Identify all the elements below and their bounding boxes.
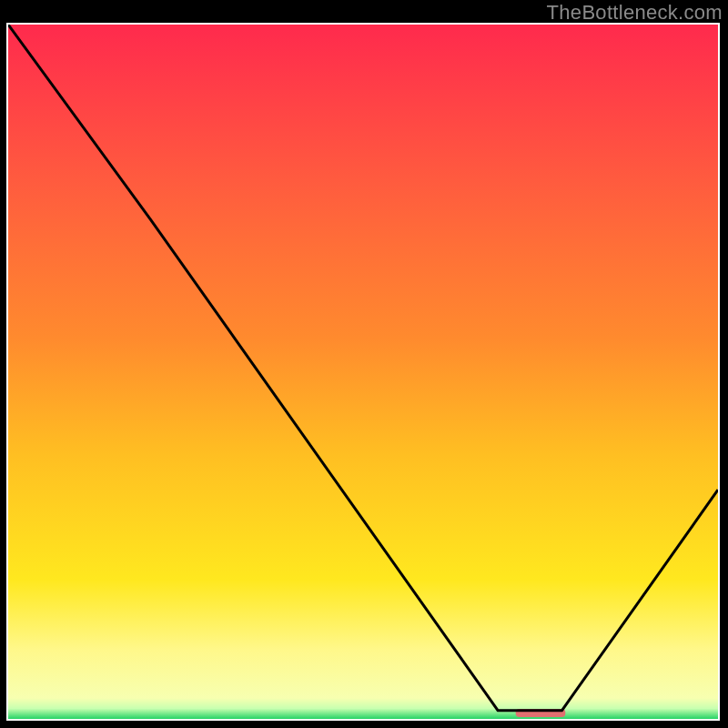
plot-svg bbox=[8, 25, 718, 719]
bottom-border bbox=[6, 721, 720, 723]
gradient-rect bbox=[8, 25, 718, 719]
bottleneck-plot bbox=[8, 25, 718, 719]
watermark-text: TheBottleneck.com bbox=[547, 1, 723, 25]
